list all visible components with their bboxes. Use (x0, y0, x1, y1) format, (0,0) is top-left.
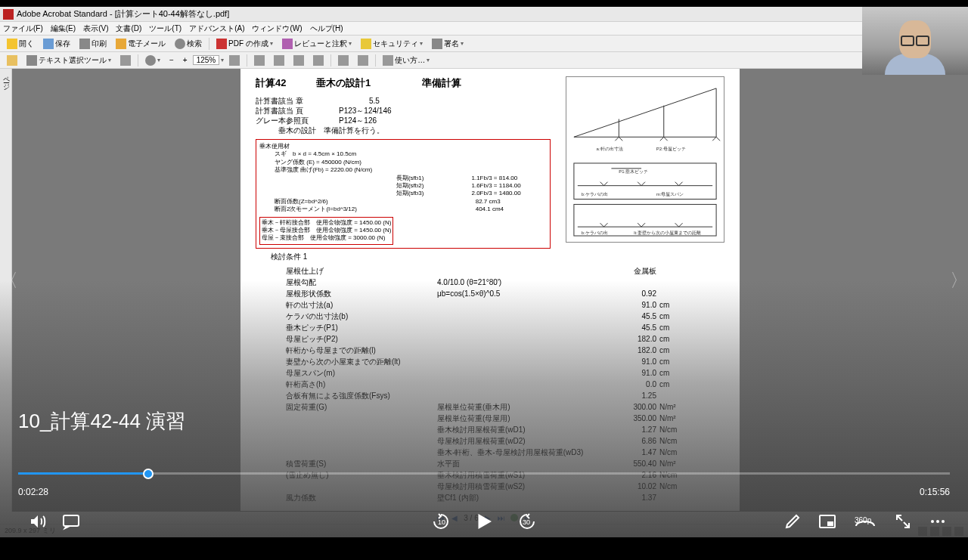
play-button[interactable] (473, 510, 495, 533)
prev-video-button[interactable]: 〈 (2, 265, 17, 295)
tool-g1[interactable] (250, 54, 268, 67)
video-progress[interactable] (18, 472, 950, 475)
progress-handle[interactable] (143, 469, 154, 479)
param-row: 母屋スパン(m)91.0cm (256, 367, 724, 379)
zoom-value[interactable]: 125% (193, 55, 220, 65)
quality-button[interactable]: 360p (853, 512, 877, 531)
more-options-button[interactable] (929, 512, 947, 531)
svg-marker-11 (479, 514, 492, 529)
menu-document[interactable]: 文書(D) (116, 23, 141, 34)
toolbar-main: 開く 保存 印刷 電子メール 検索 PDF の作成▾ レビューと注釈▾ セキュリ… (0, 36, 968, 52)
text-select-icon (26, 55, 37, 66)
fit-icon (229, 55, 240, 66)
hand-icon (7, 55, 17, 66)
svg-text:b:ケラバの出: b:ケラバの出 (582, 230, 608, 235)
tool-g4[interactable] (309, 54, 327, 67)
zoom-icon (145, 55, 156, 66)
pip-button[interactable] (818, 512, 836, 531)
param-row: 妻壁から次の小屋束までの距離(lt)91.0cm (256, 356, 724, 367)
generic-icon (338, 55, 349, 66)
search-button[interactable]: 検索 (171, 37, 206, 51)
nav-sidebar[interactable]: ページ (0, 69, 12, 522)
presenter-webcam (862, 7, 968, 75)
review-button[interactable]: レビューと注釈▾ (278, 37, 355, 51)
generic-icon (313, 55, 324, 66)
param-row: (雪止め無し)垂木検討用積雪荷重(wS1)2.16N/cm (256, 469, 724, 481)
review-icon (282, 39, 293, 49)
edit-button[interactable] (783, 512, 802, 531)
param-row: 垂木検討用屋根荷重(wD1)1.27N/cm (256, 424, 724, 435)
zoom-out-button[interactable]: − (166, 54, 178, 67)
fit-button[interactable] (225, 54, 244, 67)
hand-tool[interactable] (3, 54, 21, 67)
param-row: 合板有無による強度係数(Fsys)1.25 (256, 390, 724, 401)
sidebar-tab-pages[interactable]: ページ (3, 72, 11, 87)
svg-point-16 (931, 520, 934, 523)
menu-tools[interactable]: ツール(T) (149, 23, 182, 34)
caption-button[interactable] (62, 512, 80, 531)
snapshot-tool[interactable] (116, 54, 135, 67)
next-video-button[interactable]: 〉 (951, 265, 966, 295)
param-row: 積雪荷重(S)水平面550.40N/m² (256, 458, 724, 469)
open-button[interactable]: 開く (3, 37, 38, 51)
skip-forward-button[interactable]: 30 (518, 512, 536, 531)
svg-rect-14 (827, 521, 833, 526)
tool-g2[interactable] (270, 54, 288, 67)
mail-icon (116, 39, 126, 49)
svg-text:10: 10 (438, 518, 445, 526)
window-title: Adobe Acrobat Standard - [計算シート40-44解答なし… (17, 8, 229, 20)
app-icon (3, 9, 14, 20)
param-row: 軒桁高さ(h)0.0cm (256, 379, 724, 390)
generic-icon (254, 55, 265, 66)
search-icon (175, 39, 185, 49)
save-button[interactable]: 保存 (39, 37, 74, 51)
acrobat-window: Adobe Acrobat Standard - [計算シート40-44解答なし… (0, 7, 968, 537)
svg-rect-9 (64, 515, 79, 526)
menubar: ファイル(F) 編集(E) 表示(V) 文書(D) ツール(T) アドバンスト(… (0, 22, 968, 36)
zoom-tool[interactable]: ▾ (141, 54, 164, 67)
param-row: 母屋ピッチ(P2)182.0cm (256, 333, 724, 345)
print-button[interactable]: 印刷 (76, 37, 110, 51)
svg-text:lt:妻壁から次の小屋束までの距離: lt:妻壁から次の小屋束までの距離 (634, 230, 701, 235)
sign-button[interactable]: 署名▾ (428, 37, 467, 51)
param-row: 固定荷重(G)屋根単位荷重(垂木用)300.00N/m² (256, 401, 724, 413)
titlebar: Adobe Acrobat Standard - [計算シート40-44解答なし… (0, 7, 968, 22)
security-button[interactable]: セキュリティ▾ (357, 37, 427, 51)
text-select-tool[interactable]: テキスト選択ツール▾ (23, 54, 115, 67)
doc-subtitle: 準備計算 (422, 76, 461, 90)
svg-text:b:ケラバの出: b:ケラバの出 (582, 192, 608, 196)
snapshot-icon (120, 55, 131, 66)
toolbar-secondary: テキスト選択ツール▾ ▾ − + 125%▾ 使い方…▾ (0, 52, 968, 69)
menu-advanced[interactable]: アドバンスト(A) (189, 23, 244, 34)
svg-text:P1:垂木ピッチ: P1:垂木ピッチ (619, 169, 648, 174)
joint-box: 垂木－軒桁接合部 使用金物強度 = 1450.00 (N) 垂木－母屋接合部 使… (259, 217, 393, 245)
fullscreen-button[interactable] (894, 512, 912, 531)
pdf-icon (216, 39, 227, 49)
menu-window[interactable]: ウィンドウ(W) (252, 23, 302, 34)
email-button[interactable]: 電子メール (112, 37, 169, 51)
param-row: 軒桁から母屋までの距離(l)182.0cm (256, 345, 724, 356)
param-row: 軒の出寸法(a)91.0cm (256, 299, 724, 311)
tool-g3[interactable] (290, 54, 308, 67)
help-icon (383, 55, 393, 66)
material-box: 垂木使用材 スギ b × d = 4.5cm × 10.5cm ヤング係数 (E… (256, 139, 551, 249)
tool-g5[interactable] (334, 54, 352, 67)
tool-g6[interactable] (354, 54, 372, 67)
svg-point-17 (936, 520, 939, 523)
skip-back-button[interactable]: 10 (432, 512, 450, 531)
menu-view[interactable]: 表示(V) (83, 23, 108, 34)
menu-edit[interactable]: 編集(E) (51, 23, 76, 34)
params-table: 屋根仕上げ金属板屋根勾配4.0/10.0 (θ=21°80')屋根形状係数μb=… (256, 265, 724, 503)
generic-icon (274, 55, 284, 66)
create-pdf-button[interactable]: PDF の作成▾ (213, 37, 277, 51)
menu-help[interactable]: ヘルプ(H) (310, 23, 343, 34)
volume-button[interactable] (29, 512, 47, 531)
param-row: 垂木-軒桁、垂木-母屋検討用屋根荷重(wD3)1.47N/cm (256, 447, 724, 458)
howto-button[interactable]: 使い方…▾ (379, 54, 433, 67)
zoom-in-button[interactable]: + (179, 54, 191, 67)
svg-text:a:軒の出寸法: a:軒の出寸法 (597, 147, 623, 151)
pdf-page: 計算42 垂木の設計1 準備計算 計算書該当 章5.5 計算書該当 頁P123～… (240, 69, 740, 511)
menu-file[interactable]: ファイル(F) (3, 23, 43, 34)
param-row: 風力係数壁Cf1 (内部)1.37 (256, 492, 724, 503)
document-viewport[interactable]: 計算42 垂木の設計1 準備計算 計算書該当 章5.5 計算書該当 頁P123～… (12, 69, 968, 522)
